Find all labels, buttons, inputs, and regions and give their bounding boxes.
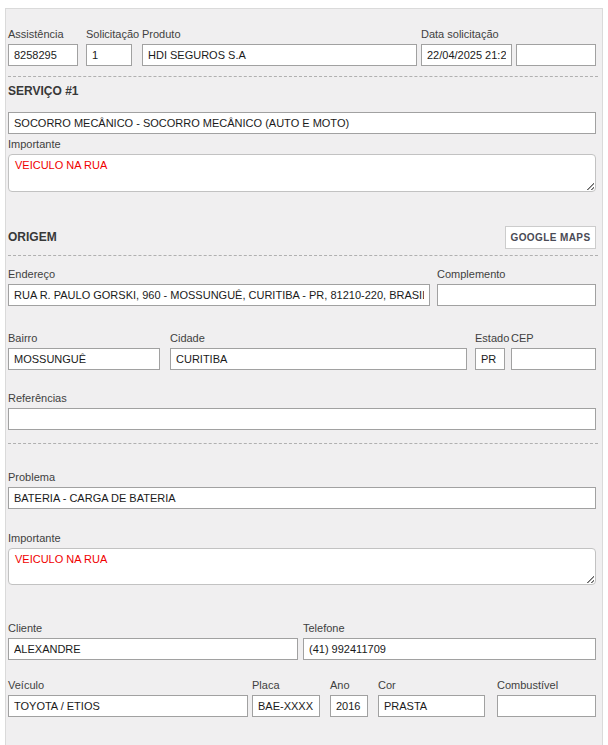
bairro-input[interactable] xyxy=(8,348,160,370)
bairro-label: Bairro xyxy=(8,331,160,345)
referencias-input[interactable] xyxy=(8,408,596,430)
produto-field: Produto xyxy=(142,27,417,66)
servico-importante-row: Importante VEICULO NA RUA xyxy=(8,137,596,192)
origem-importante-field: Importante VEICULO NA RUA xyxy=(8,531,596,585)
estado-field: Estado xyxy=(475,331,505,370)
complemento-label: Complemento xyxy=(437,267,596,281)
complemento-input[interactable] xyxy=(437,284,596,306)
servico-importante-field: Importante VEICULO NA RUA xyxy=(8,137,596,192)
data-solicitacao-input[interactable] xyxy=(421,44,512,66)
veiculo-input[interactable] xyxy=(8,695,248,717)
data-solicitacao-field: Data solicitação xyxy=(421,27,512,66)
origem-importante-textarea[interactable]: VEICULO NA RUA xyxy=(8,548,596,585)
cep-label: CEP xyxy=(511,331,596,345)
ano-label: Ano xyxy=(330,678,368,692)
cor-input[interactable] xyxy=(378,695,485,717)
servico-tipo-row xyxy=(8,112,596,134)
servico-tipo-input[interactable] xyxy=(8,112,596,134)
endereco-field: Endereço xyxy=(8,267,430,306)
endereco-input[interactable] xyxy=(8,284,430,306)
servico-tipo-field xyxy=(8,112,596,134)
servico-importante-textarea[interactable]: VEICULO NA RUA xyxy=(8,154,596,192)
google-maps-button[interactable]: GOOGLE MAPS xyxy=(505,226,596,249)
veiculo-label: Veículo xyxy=(8,678,248,692)
produto-label: Produto xyxy=(142,27,417,41)
combustivel-field: Combustível xyxy=(497,678,596,717)
cliente-label: Cliente xyxy=(8,621,298,635)
placa-input[interactable] xyxy=(252,695,320,717)
cidade-label: Cidade xyxy=(170,331,467,345)
combustivel-label: Combustível xyxy=(497,678,596,692)
cidade-input[interactable] xyxy=(170,348,467,370)
referencias-row: Referências xyxy=(8,391,596,430)
telefone-label: Telefone xyxy=(303,621,596,635)
extra-date-input[interactable] xyxy=(516,44,596,66)
solicitacao-field: Solicitação xyxy=(86,27,132,66)
problema-label: Problema xyxy=(8,470,596,484)
solicitacao-label: Solicitação xyxy=(86,27,132,41)
problema-input[interactable] xyxy=(8,487,596,509)
extra-date-label xyxy=(516,27,596,41)
cliente-input[interactable] xyxy=(8,638,298,660)
data-solicitacao-label: Data solicitação xyxy=(421,27,512,41)
cor-label: Cor xyxy=(378,678,485,692)
veiculo-row: Veículo Placa Ano Cor Combustível xyxy=(8,678,596,717)
veiculo-field: Veículo xyxy=(8,678,248,717)
cep-input[interactable] xyxy=(511,348,596,370)
complemento-field: Complemento xyxy=(437,267,596,306)
assistencia-label: Assistência xyxy=(8,27,78,41)
problema-field: Problema xyxy=(8,470,596,509)
bairro-row: Bairro Cidade Estado CEP xyxy=(8,331,596,370)
solicitacao-input[interactable] xyxy=(86,44,132,66)
ano-input[interactable] xyxy=(330,695,368,717)
referencias-label: Referências xyxy=(8,391,596,405)
separator-2 xyxy=(8,255,598,256)
origem-importante-row: Importante VEICULO NA RUA xyxy=(8,531,596,585)
ano-field: Ano xyxy=(330,678,368,717)
combustivel-input[interactable] xyxy=(497,695,596,717)
problema-row: Problema xyxy=(8,470,596,509)
telefone-field: Telefone xyxy=(303,621,596,660)
placa-field: Placa xyxy=(252,678,320,717)
endereco-row: Endereço Complemento xyxy=(8,267,596,306)
estado-label: Estado xyxy=(475,331,505,345)
cor-field: Cor xyxy=(378,678,485,717)
cliente-field: Cliente xyxy=(8,621,298,660)
assistencia-input[interactable] xyxy=(8,44,78,66)
extra-date-field xyxy=(516,27,596,66)
assistencia-field: Assistência xyxy=(8,27,78,66)
separator-1 xyxy=(8,76,598,77)
estado-input[interactable] xyxy=(475,348,505,370)
placa-label: Placa xyxy=(252,678,320,692)
cidade-field: Cidade xyxy=(170,331,467,370)
separator-3 xyxy=(8,443,598,444)
assistance-header-row: Assistência Solicitação Produto Data sol… xyxy=(8,27,596,66)
servico-importante-label: Importante xyxy=(8,137,596,151)
produto-input[interactable] xyxy=(142,44,417,66)
cliente-row: Cliente Telefone xyxy=(8,621,596,660)
servico-section-title: SERVIÇO #1 xyxy=(8,84,78,98)
endereco-label: Endereço xyxy=(8,267,430,281)
telefone-input[interactable] xyxy=(303,638,596,660)
origem-section-title: ORIGEM xyxy=(8,230,57,244)
cep-field: CEP xyxy=(511,331,596,370)
referencias-field: Referências xyxy=(8,391,596,430)
origem-importante-label: Importante xyxy=(8,531,596,545)
bairro-field: Bairro xyxy=(8,331,160,370)
